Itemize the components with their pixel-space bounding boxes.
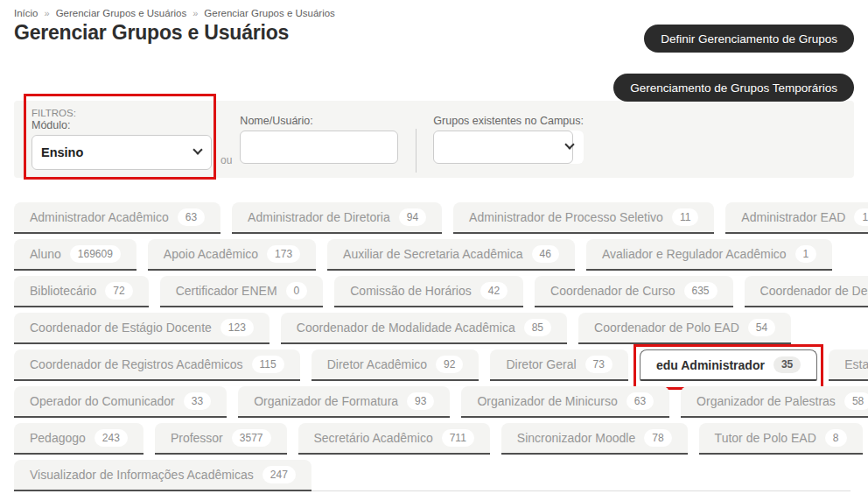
breadcrumb-separator: » — [192, 8, 198, 18]
group-count-badge: 54 — [748, 319, 775, 335]
group-tag[interactable]: Sincronizador Moodle78 — [501, 423, 688, 455]
filters-legend: FILTROS: — [32, 108, 76, 118]
name-user-label: Nome/Usuário: — [240, 115, 398, 127]
group-count-badge: 72 — [105, 282, 132, 299]
group-tag-row: Visualizador de Informações Acadêmicas24… — [14, 460, 854, 491]
group-tag-label: edu Administrador — [656, 358, 765, 372]
group-tag[interactable]: edu Administrador35 — [640, 349, 817, 381]
group-tag[interactable]: Apoio Acadêmico173 — [148, 239, 316, 271]
group-tag[interactable]: Comissão de Horários42 — [334, 276, 523, 307]
group-tag-label: Bibliotecário — [30, 284, 96, 298]
group-tag[interactable]: Certificador ENEM0 — [160, 276, 324, 307]
group-tag-label: Certificador ENEM — [176, 284, 277, 298]
group-count-badge: 635 — [684, 282, 718, 299]
group-tag[interactable]: Operador do Comunicador33 — [14, 386, 227, 418]
group-tag[interactable]: Coordenador de Curso635 — [535, 276, 732, 307]
group-tag-row: Pedagogo243Professor3577Secretário Acadê… — [14, 423, 854, 455]
group-tag-label: Administrador de Processo Seletivo — [469, 210, 663, 224]
group-tag[interactable]: Organizador de Formatura93 — [238, 386, 450, 418]
group-tag-label: Administrador Acadêmico — [30, 210, 169, 224]
group-tag-label: Avaliador e Regulador Acadêmico — [602, 247, 787, 261]
breadcrumb-item-inicio[interactable]: Início — [14, 8, 38, 18]
group-tag-label: Diretor Acadêmico — [327, 357, 427, 371]
group-tag[interactable]: Professor3577 — [155, 423, 287, 455]
group-tag-rows: Administrador Acadêmico63Administrador d… — [14, 202, 854, 491]
group-count-badge: 42 — [480, 282, 508, 299]
group-count-badge: 0 — [286, 282, 308, 299]
group-tag-row: Bibliotecário72Certificador ENEM0Comissã… — [14, 276, 854, 307]
group-tag-label: Auxiliar de Secretaria Acadêmica — [343, 247, 522, 261]
group-count-badge: 94 — [399, 208, 426, 225]
module-label: Módulo: — [32, 119, 212, 131]
group-tag[interactable]: Coordenador de Desporto18 — [745, 276, 868, 307]
group-tag[interactable]: Pedagogo243 — [14, 423, 144, 455]
filter-divider — [416, 129, 416, 173]
group-tag-label: Diretor Geral — [506, 357, 576, 371]
group-tag-label: Professor — [171, 431, 223, 445]
name-user-field: Nome/Usuário: — [240, 115, 398, 164]
group-tag[interactable]: Diretor Acadêmico92 — [312, 349, 480, 381]
group-tag-label: Coordenador de Curso — [550, 284, 675, 298]
group-tag-label: Comissão de Horários — [350, 284, 472, 298]
temporary-groups-button[interactable]: Gerenciamento de Grupos Temporários — [613, 74, 854, 102]
group-tag-label: Organizador de Minicurso — [477, 394, 617, 408]
group-count-badge: 58 — [844, 392, 868, 409]
breadcrumb-item-current: Gerenciar Grupos e Usuários — [204, 8, 335, 18]
group-count-badge: 93 — [407, 392, 434, 409]
group-count-badge: 63 — [178, 208, 205, 225]
group-tag-label: Visualizador de Informações Acadêmicas — [30, 468, 254, 482]
group-tag[interactable]: Organizador de Palestras58 — [681, 386, 868, 418]
group-tag[interactable]: Tutor de Polo EAD8 — [699, 423, 863, 455]
group-tag[interactable]: Administrador EAD1 — [725, 202, 868, 234]
group-tag-label: Organizador de Palestras — [696, 394, 836, 408]
header-actions: Definir Gerenciamento de Grupos Gerencia… — [613, 25, 854, 102]
group-tag-label: Apoio Acadêmico — [164, 247, 258, 261]
group-tag[interactable]: Coordenador de Modalidade Acadêmica85 — [281, 313, 567, 344]
group-tag[interactable]: Coordenador de Registros Acadêmicos115 — [14, 349, 300, 381]
group-tag-label: Sincronizador Moodle — [517, 431, 635, 445]
define-group-management-button[interactable]: Definir Gerenciamento de Grupos — [644, 25, 854, 53]
group-tag[interactable]: Coordenador de Estágio Docente123 — [14, 313, 270, 344]
group-count-badge: 247 — [262, 466, 296, 483]
group-tag[interactable]: Avaliador e Regulador Acadêmico1 — [586, 239, 832, 271]
group-tag-row: Administrador Acadêmico63Administrador d… — [14, 202, 854, 234]
group-count-badge: 92 — [436, 356, 463, 372]
group-tag-row: Coordenador de Estágio Docente123Coorden… — [14, 313, 854, 344]
page: Início»Gerenciar Grupos e Usuários»Geren… — [0, 0, 868, 501]
group-count-badge: 78 — [644, 429, 671, 446]
group-tag[interactable]: Administrador de Processo Seletivo11 — [453, 202, 714, 234]
group-tag[interactable]: Bibliotecário72 — [14, 276, 149, 307]
or-text: ou — [220, 154, 232, 166]
group-tag[interactable]: Secretário Acadêmico711 — [298, 423, 490, 455]
group-count-badge: 33 — [184, 392, 211, 409]
name-user-input[interactable] — [240, 131, 398, 164]
group-count-badge: 169609 — [70, 245, 121, 262]
group-tag[interactable]: Administrador de Diretoria94 — [232, 202, 442, 234]
group-tag[interactable]: Coordenador de Polo EAD54 — [578, 313, 791, 344]
group-count-badge: 85 — [524, 319, 551, 335]
group-tag-row: Coordenador de Registros Acadêmicos115Di… — [14, 349, 854, 381]
group-tag[interactable]: Administrador Acadêmico63 — [14, 202, 220, 234]
group-tag-label: Secretário Acadêmico — [314, 431, 433, 445]
campus-groups-select[interactable] — [433, 131, 573, 164]
group-count-badge: 8 — [825, 429, 847, 446]
group-tag[interactable]: Visualizador de Informações Acadêmicas24… — [14, 460, 312, 491]
campus-groups-field: Grupos existentes no Campus: — [433, 115, 584, 164]
group-tag[interactable]: Diretor Geral73 — [490, 349, 628, 381]
group-count-badge: 1 — [795, 245, 817, 262]
group-tag[interactable]: Auxiliar de Secretaria Acadêmica46 — [327, 239, 575, 271]
module-select[interactable]: Ensino — [32, 135, 212, 170]
group-tag-label: Pedagogo — [30, 431, 86, 445]
group-tag[interactable]: Organizador de Minicurso63 — [461, 386, 669, 418]
group-count-badge: 1 — [854, 208, 868, 225]
group-tag[interactable]: Aluno169609 — [14, 239, 136, 271]
group-tag[interactable]: Estagiário9 — [829, 349, 868, 381]
group-count-badge: 123 — [220, 319, 254, 335]
breadcrumb: Início»Gerenciar Grupos e Usuários»Geren… — [14, 0, 854, 18]
breadcrumb-item-gerenciar-grupos[interactable]: Gerenciar Grupos e Usuários — [56, 8, 187, 18]
group-count-badge: 46 — [532, 245, 559, 262]
group-tag-label: Coordenador de Desporto — [760, 284, 868, 298]
group-count-badge: 73 — [585, 356, 612, 372]
group-tag-row: Operador do Comunicador33Organizador de … — [14, 386, 854, 418]
group-count-badge: 711 — [442, 429, 474, 446]
